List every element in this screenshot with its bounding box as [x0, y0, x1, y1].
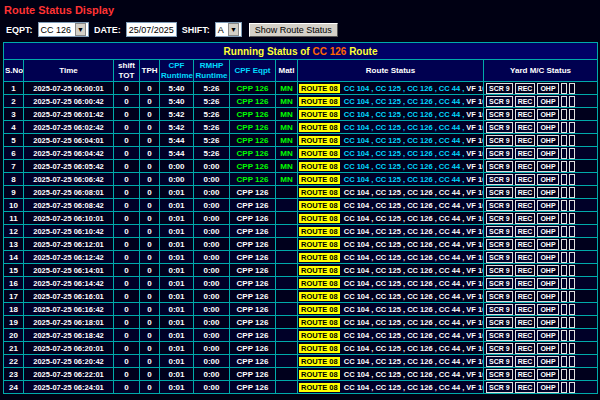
route-status-page: Route Status Display EQPT: CC 126 ▼ DATE…	[0, 0, 600, 400]
row-rmhp-runtime: 0:00	[194, 173, 230, 186]
yard-indicator-box	[569, 369, 575, 380]
row-matl: MN	[276, 173, 298, 186]
row-time: 2025-07-25 06:02:42	[24, 121, 114, 134]
route-list: CC 104 , CC 125 , CC 126 , CC 44 ,	[342, 110, 467, 119]
route-list: CC 104 , CC 125 , CC 126 , CC 44 ,	[342, 97, 467, 106]
yard-indicator-box	[569, 135, 575, 146]
row-route-status: ROUTE 08 CC 104 , CC 125 , CC 126 , CC 4…	[298, 173, 484, 186]
row-time: 2025-07-25 06:18:42	[24, 329, 114, 342]
row-matl	[276, 303, 298, 316]
row-route-status: ROUTE 08 CC 104 , CC 125 , CC 126 , CC 4…	[298, 225, 484, 238]
row-route-status: ROUTE 08 CC 104 , CC 125 , CC 126 , CC 4…	[298, 342, 484, 355]
row-sno: 3	[4, 108, 24, 121]
yard-box-scr-9: SCR 9	[486, 382, 513, 393]
yard-indicator-box	[561, 330, 567, 341]
yard-indicator-box	[561, 239, 567, 250]
table-row: 82025-07-25 06:06:42000:000:00CPP 126MNR…	[4, 173, 598, 186]
route-badge: ROUTE 08	[299, 305, 340, 314]
row-sno: 22	[4, 355, 24, 368]
yard-box-rec: REC	[515, 200, 536, 211]
yard-box-rec: REC	[515, 187, 536, 198]
yard-box-scr-9: SCR 9	[486, 226, 513, 237]
yard-indicator-box	[561, 265, 567, 276]
route-badge: ROUTE 08	[299, 188, 340, 197]
yard-indicator-box	[569, 161, 575, 172]
table-row: 32025-07-25 06:01:42005:425:26CPP 126MNR…	[4, 108, 598, 121]
yard-indicator-box	[569, 343, 575, 354]
row-matl: MN	[276, 108, 298, 121]
row-matl: MN	[276, 95, 298, 108]
row-sno: 5	[4, 134, 24, 147]
row-route-status: ROUTE 08 CC 104 , CC 125 , CC 126 , CC 4…	[298, 277, 484, 290]
row-tph: 0	[140, 160, 160, 173]
row-time: 2025-07-25 06:10:01	[24, 212, 114, 225]
row-sno: 17	[4, 290, 24, 303]
route-badge: ROUTE 08	[299, 84, 340, 93]
yard-box-ohp: OHP	[537, 187, 558, 198]
route-tail: VF 101	[466, 97, 483, 106]
table-row: 192025-07-25 06:18:01000:010:00CPP 126RO…	[4, 316, 598, 329]
route-tail: VF 101	[466, 149, 483, 158]
row-cpf-runtime: 0:01	[160, 329, 194, 342]
yard-indicator-box	[569, 239, 575, 250]
row-tph: 0	[140, 212, 160, 225]
row-rmhp-runtime: 0:00	[194, 264, 230, 277]
row-tph: 0	[140, 316, 160, 329]
eqpt-select[interactable]: CC 126 ▼	[38, 22, 89, 37]
row-tph: 0	[140, 225, 160, 238]
row-cpf-eqpt: CPP 126	[230, 134, 276, 147]
row-rmhp-runtime: 5:26	[194, 121, 230, 134]
row-tph: 0	[140, 368, 160, 381]
table-row: 62025-07-25 06:04:42005:445:26CPP 126MNR…	[4, 147, 598, 160]
row-tph: 0	[140, 108, 160, 121]
yard-box-scr-9: SCR 9	[486, 96, 513, 107]
row-yard-status: SCR 9RECOHP	[484, 160, 598, 173]
row-yard-status: SCR 9RECOHP	[484, 290, 598, 303]
show-route-status-button[interactable]: Show Route Status	[249, 23, 338, 37]
yard-box-scr-9: SCR 9	[486, 369, 513, 380]
row-sno: 18	[4, 303, 24, 316]
route-list: CC 104 , CC 125 , CC 126 , CC 44 ,	[342, 253, 467, 262]
date-input[interactable]: 25/07/2025	[126, 22, 177, 37]
chevron-down-icon: ▼	[228, 23, 239, 36]
route-badge: ROUTE 08	[299, 331, 340, 340]
row-cpf-runtime: 0:00	[160, 173, 194, 186]
yard-indicator-box	[569, 226, 575, 237]
row-route-status: ROUTE 08 CC 104 , CC 125 , CC 126 , CC 4…	[298, 134, 484, 147]
yard-indicator-box	[569, 304, 575, 315]
table-row: 12025-07-25 06:00:01005:405:26CPP 126MNR…	[4, 82, 598, 95]
row-yard-status: SCR 9RECOHP	[484, 95, 598, 108]
route-tail: VF 101	[466, 383, 483, 392]
row-matl	[276, 355, 298, 368]
row-sno: 1	[4, 82, 24, 95]
route-list: CC 104 , CC 125 , CC 126 , CC 44 ,	[342, 84, 467, 93]
route-tail: VF 101	[466, 331, 483, 340]
yard-box-rec: REC	[515, 148, 536, 159]
row-cpf-eqpt: CPP 126	[230, 329, 276, 342]
shift-select[interactable]: A ▼	[215, 22, 242, 37]
row-cpf-runtime: 0:01	[160, 264, 194, 277]
row-matl	[276, 225, 298, 238]
yard-box-scr-9: SCR 9	[486, 304, 513, 315]
row-shift-tot: 0	[114, 160, 140, 173]
shift-label: SHIFT:	[182, 25, 210, 35]
col-header-shift-tot: shift TOT	[114, 60, 140, 82]
row-time: 2025-07-25 06:05:42	[24, 160, 114, 173]
row-yard-status: SCR 9RECOHP	[484, 277, 598, 290]
table-row: 52025-07-25 06:04:01005:445:26CPP 126MNR…	[4, 134, 598, 147]
route-list: CC 104 , CC 125 , CC 126 , CC 44 ,	[342, 188, 467, 197]
row-rmhp-runtime: 5:26	[194, 82, 230, 95]
row-time: 2025-07-25 06:08:42	[24, 199, 114, 212]
row-tph: 0	[140, 277, 160, 290]
table-row: 142025-07-25 06:12:42000:010:00CPP 126RO…	[4, 251, 598, 264]
row-route-status: ROUTE 08 CC 104 , CC 125 , CC 126 , CC 4…	[298, 186, 484, 199]
route-tail: VF 101	[466, 279, 483, 288]
row-cpf-eqpt: CPP 126	[230, 264, 276, 277]
yard-box-ohp: OHP	[537, 343, 558, 354]
yard-indicator-box	[561, 226, 567, 237]
route-list: CC 104 , CC 125 , CC 126 , CC 44 ,	[342, 370, 467, 379]
row-cpf-runtime: 0:01	[160, 303, 194, 316]
route-tail: VF 101	[466, 162, 483, 171]
header-row: S.No Time shift TOT TPH CPF Runtime RMHP…	[4, 60, 598, 82]
row-cpf-runtime: 5:44	[160, 134, 194, 147]
